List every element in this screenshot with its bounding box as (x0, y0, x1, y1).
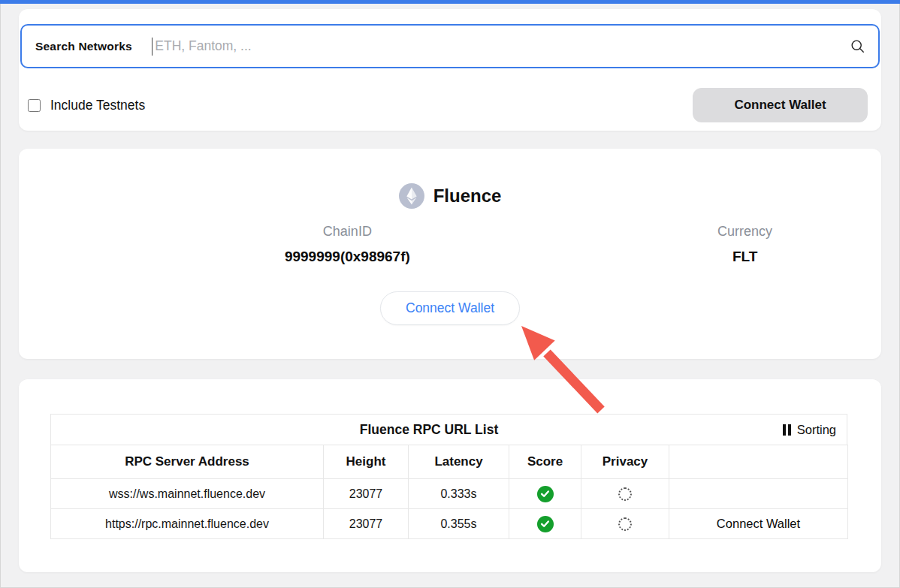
chain-id-block: ChainID 9999999(0x98967f) (285, 224, 410, 265)
score-cell (509, 509, 581, 539)
search-icon[interactable] (850, 39, 865, 53)
network-name: Fluence (433, 185, 502, 207)
col-header-address: RPC Server Address (51, 445, 324, 479)
privacy-cell (581, 509, 669, 539)
text-caret (152, 38, 153, 56)
action-cell (669, 479, 848, 509)
latency-cell: 0.355s (409, 509, 509, 539)
chain-id-label: ChainID (285, 224, 410, 240)
action-cell: Connect Wallet (669, 509, 848, 539)
search-options-row: Include Testnets Connect Wallet (28, 88, 868, 122)
score-cell (509, 479, 581, 509)
sorting-label: Sorting (797, 423, 836, 437)
privacy-unknown-icon (618, 517, 632, 531)
col-header-privacy: Privacy (581, 445, 669, 479)
table-row: wss://ws.mainnet.fluence.dev 23077 0.333… (51, 479, 848, 509)
latency-cell: 0.333s (409, 479, 509, 509)
include-testnets-checkbox[interactable] (28, 99, 41, 112)
height-cell: 23077 (324, 479, 409, 509)
include-testnets-toggle[interactable]: Include Testnets (28, 98, 145, 113)
chain-id-value: 9999999(0x98967f) (285, 249, 410, 265)
top-accent-bar (0, 0, 900, 4)
score-ok-icon (537, 516, 554, 532)
network-header: Fluence (19, 183, 881, 209)
table-header-row: RPC Server Address Height Latency Score … (51, 445, 848, 479)
ethereum-logo-icon (399, 183, 424, 209)
rpc-address-cell: wss://ws.mainnet.fluence.dev (51, 479, 324, 509)
include-testnets-label: Include Testnets (50, 98, 145, 113)
search-input[interactable] (155, 38, 843, 54)
sorting-control[interactable]: Sorting (783, 423, 836, 437)
network-card: Fluence ChainID 9999999(0x98967f) Curren… (19, 149, 881, 359)
rpc-table-title-row: Fluence RPC URL List Sorting (50, 414, 847, 445)
rpc-address-cell: https://rpc.mainnet.fluence.dev (51, 509, 324, 539)
height-cell: 23077 (324, 509, 409, 539)
col-header-score: Score (509, 445, 581, 479)
currency-value: FLT (717, 249, 772, 265)
privacy-cell (581, 479, 669, 509)
table-row: https://rpc.mainnet.fluence.dev 23077 0.… (51, 509, 848, 539)
search-label: Search Networks (35, 40, 132, 53)
rpc-table-title: Fluence RPC URL List (360, 422, 498, 438)
connect-wallet-button-top[interactable]: Connect Wallet (693, 88, 868, 122)
rpc-table-card: Fluence RPC URL List Sorting RPC Server … (19, 379, 881, 572)
pause-icon (783, 424, 791, 436)
rpc-table: Fluence RPC URL List Sorting RPC Server … (50, 414, 847, 539)
connect-wallet-button-network[interactable]: Connect Wallet (380, 291, 520, 325)
currency-block: Currency FLT (717, 224, 772, 265)
score-ok-icon (537, 486, 554, 502)
currency-label: Currency (717, 224, 772, 240)
search-box[interactable]: Search Networks (20, 24, 880, 68)
col-header-latency: Latency (409, 445, 509, 479)
chainlist-page: Search Networks Include Testnets Connect… (0, 0, 900, 588)
search-card: Search Networks Include Testnets Connect… (19, 9, 881, 131)
connect-wallet-link[interactable]: Connect Wallet (717, 517, 800, 530)
privacy-unknown-icon (618, 487, 632, 501)
col-header-height: Height (324, 445, 409, 479)
col-header-action (669, 445, 848, 479)
